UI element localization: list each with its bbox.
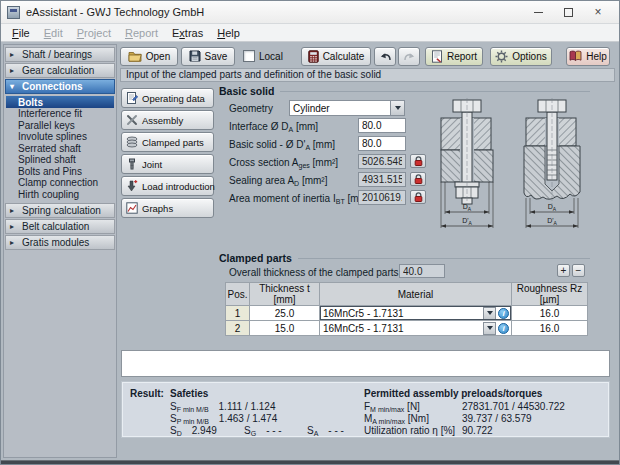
sidebar-group-gratis-modules[interactable]: ▸Gratis modules (5, 235, 115, 250)
maximize-icon (564, 8, 573, 17)
overall-thickness-input (399, 264, 445, 278)
sidebar-item-hirth-coupling[interactable]: Hirth coupling (6, 188, 114, 200)
sidebar-group-label: Spring calculation (22, 205, 101, 216)
sidebar-group-label: Connections (22, 81, 83, 92)
col-header-roughness: Roughness Rz [µm] (512, 283, 588, 306)
open-button[interactable]: Open (120, 47, 178, 66)
sidebar-group-label: Gratis modules (22, 237, 89, 248)
open-button-label: Open (146, 51, 170, 62)
options-button[interactable]: Options (490, 47, 552, 66)
sidebar-item-bolts-and-pins[interactable]: Bolts and Pins (6, 165, 114, 177)
dropdown-arrow-icon[interactable] (390, 101, 404, 115)
local-checkbox[interactable] (243, 50, 255, 62)
save-diskette-icon (189, 50, 201, 62)
cell-material: 16MnCr5 - 1.7131 i (320, 306, 512, 321)
undo-icon (379, 51, 392, 62)
cell-roughness[interactable]: 16.0 (512, 321, 588, 336)
safety-sp-row: SP min M/B1.463 / 1.474 (170, 413, 277, 424)
operating-data-button[interactable]: Operating data (121, 88, 214, 108)
sidebar-item-clamp-connection[interactable]: Clamp connection (6, 177, 114, 189)
material-info-icon[interactable]: i (498, 323, 509, 334)
sidebar-group-spring-calculation[interactable]: ▸Spring calculation (5, 203, 115, 218)
interface-diameter-input[interactable] (358, 118, 406, 133)
titlebar: eAssistant - GWJ Technology GmbH × (1, 1, 619, 24)
safety-sd: SD2.949 (170, 425, 217, 436)
sidebar-group-gear-calculation[interactable]: ▸Gear calculation (5, 63, 115, 78)
group-divider-line (280, 91, 590, 92)
plus-icon: + (561, 266, 567, 276)
sidebar-item-interference-fit[interactable]: Interference fit (6, 108, 114, 120)
sidebar-group-shaft-bearings[interactable]: ▸Shaft / bearings (5, 47, 115, 62)
calculate-button-label: Calculate (323, 51, 365, 62)
group-divider-line (298, 258, 590, 259)
chevron-right-icon: ▸ (10, 51, 18, 59)
preload-fm-value: 27831.701 / 44530.722 (462, 401, 565, 412)
dropdown-arrow-icon[interactable] (483, 307, 496, 320)
clamped-parts-button[interactable]: Clamped parts (121, 132, 214, 152)
joint-button[interactable]: Joint (121, 154, 214, 174)
calculate-button[interactable]: Calculate (301, 47, 371, 66)
material-select[interactable]: 16MnCr5 - 1.7131 i (320, 306, 511, 320)
preload-ma-value: 39.737 / 63.579 (462, 413, 532, 424)
sidebar-item-splined-shaft[interactable]: Splined shaft (6, 154, 114, 166)
interface-diameter-label: Interface Ø DA [mm] (229, 121, 318, 132)
remove-row-button[interactable]: − (572, 264, 585, 277)
safety-sg: SG- - - (244, 425, 282, 436)
table-row: 1 25.0 16MnCr5 - 1.7131 i 16.0 (226, 306, 588, 321)
dropdown-arrow-icon[interactable] (483, 322, 496, 335)
cell-thickness[interactable]: 15.0 (250, 321, 320, 336)
sealing-area-lock-button[interactable] (410, 172, 426, 186)
undo-button[interactable] (374, 47, 396, 66)
sidebar-group-belt-calculation[interactable]: ▸Belt calculation (5, 219, 115, 234)
operating-data-label: Operating data (142, 93, 205, 104)
maximize-button[interactable] (561, 5, 575, 19)
sidebar-item-parallel-keys[interactable]: Parallel keys (6, 119, 114, 131)
sidebar-item-serrated-shaft[interactable]: Serrated shaft (6, 142, 114, 154)
chevron-right-icon: ▸ (10, 223, 18, 231)
utilization-ratio-label: Utilization ratio η [%] (364, 425, 455, 436)
area-moment-input (358, 190, 406, 205)
save-button[interactable]: Save (181, 47, 235, 66)
material-select[interactable]: 16MnCr5 - 1.7131 i (320, 321, 511, 335)
result-label: Result: (130, 388, 164, 399)
cell-roughness[interactable]: 16.0 (512, 306, 588, 321)
cell-thickness[interactable]: 25.0 (250, 306, 320, 321)
graphs-button[interactable]: Graphs (121, 198, 214, 218)
options-button-label: Options (512, 51, 546, 62)
area-moment-lock-button[interactable] (410, 190, 426, 204)
chevron-right-icon: ▸ (10, 67, 18, 75)
sidebar-group-label: Gear calculation (22, 65, 94, 76)
cross-section-lock-button[interactable] (410, 154, 426, 168)
assembly-label: Assembly (142, 115, 183, 126)
geometry-select[interactable]: Cylinder (289, 100, 405, 116)
basic-solid-diameter-input[interactable] (358, 136, 406, 151)
menu-help[interactable]: Help (210, 27, 247, 39)
sidebar-item-bolts[interactable]: Bolts (6, 96, 114, 108)
cross-section-label: Cross section Ages [mm²] (229, 157, 338, 168)
material-selected-value: 16MnCr5 - 1.7131 (320, 308, 483, 319)
load-introduction-button[interactable]: Load introduction (121, 176, 214, 196)
assembly-button[interactable]: Assembly (121, 110, 214, 130)
app-icon (7, 6, 20, 19)
material-selected-value: 16MnCr5 - 1.7131 (320, 323, 483, 334)
sidebar-group-connections[interactable]: ▾Connections (5, 79, 115, 94)
window-bottom-edge (1, 460, 619, 464)
lock-icon (413, 174, 424, 185)
operating-data-icon (126, 92, 138, 104)
report-button-label: Report (447, 51, 477, 62)
add-row-button[interactable]: + (557, 264, 570, 277)
help-button[interactable]: Help (566, 47, 610, 66)
minimize-button[interactable] (531, 5, 545, 19)
preload-ma-label: MA min/max [Nm] (364, 413, 429, 424)
menu-extras[interactable]: Extras (165, 27, 210, 39)
report-button[interactable]: Report (425, 47, 483, 66)
menu-file[interactable]: File (5, 27, 37, 39)
sidebar-item-involute-splines[interactable]: Involute splines (6, 131, 114, 143)
help-button-label: Help (586, 51, 607, 62)
sealing-area-input (358, 172, 406, 187)
material-info-icon[interactable]: i (498, 308, 509, 319)
clamped-parts-group-header: Clamped parts (219, 252, 590, 264)
table-header-row: Pos. Thickness t [mm] Material Roughness… (226, 283, 588, 306)
close-button[interactable]: × (591, 5, 605, 19)
open-folder-icon (128, 50, 142, 62)
